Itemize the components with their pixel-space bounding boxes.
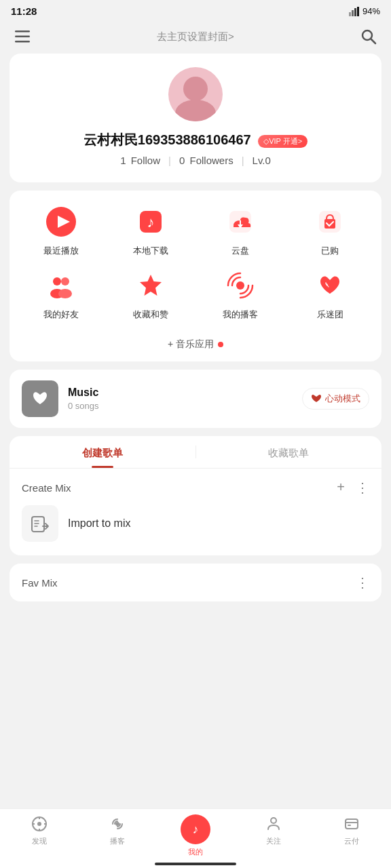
svg-marker-22 xyxy=(140,275,162,296)
create-title: Create Mix xyxy=(22,482,71,494)
search-button[interactable] xyxy=(358,26,379,47)
nav-item-yunpay[interactable]: 云付 xyxy=(313,814,391,857)
svg-line-8 xyxy=(371,39,375,44)
menu-button[interactable] xyxy=(12,26,33,47)
stat-divider-1: | xyxy=(168,155,171,166)
menu-item-purchased[interactable]: 已购 xyxy=(285,204,375,257)
svg-point-33 xyxy=(271,818,276,823)
svg-point-31 xyxy=(115,822,119,826)
menu-item-friends[interactable]: 我的好友 xyxy=(16,268,106,321)
followers-count[interactable]: 0 Followers xyxy=(179,155,234,166)
svg-rect-3 xyxy=(357,7,359,16)
import-icon xyxy=(29,513,51,534)
nav-label-yunpay: 云付 xyxy=(344,836,359,846)
menu-label-podcast: 我的播客 xyxy=(223,309,258,321)
menu-item-favorites[interactable]: 收藏和赞 xyxy=(106,268,196,321)
menu-item-fanclub[interactable]: 乐迷团 xyxy=(285,268,375,321)
menu-label-recent: 最近播放 xyxy=(43,245,79,257)
signal-icon xyxy=(349,7,360,16)
svg-text:♪: ♪ xyxy=(193,823,199,836)
create-actions: + ⋮ xyxy=(337,479,369,496)
vip-badge[interactable]: ◇VIP 开通> xyxy=(258,135,308,148)
nav-label-follow: 关注 xyxy=(266,836,281,846)
username-row: 云村村民169353886106467 ◇VIP 开通> xyxy=(83,131,308,149)
avatar-body xyxy=(175,100,216,121)
cloud-icon xyxy=(223,204,258,239)
more-options-button[interactable]: ⋮ xyxy=(356,479,369,496)
svg-rect-5 xyxy=(15,36,30,38)
menu-label-cloud: 云盘 xyxy=(231,245,249,257)
podcast-icon xyxy=(223,268,258,303)
svg-rect-17 xyxy=(324,219,335,229)
menu-label-favorites: 收藏和赞 xyxy=(133,309,168,321)
status-icons: 94% xyxy=(349,6,380,16)
nav-item-follow[interactable]: 关注 xyxy=(235,814,313,857)
stat-divider-2: | xyxy=(242,155,244,166)
svg-point-19 xyxy=(61,277,69,285)
menu-item-download[interactable]: ♪ 本地下载 xyxy=(106,204,196,257)
music-thumbnail xyxy=(22,380,58,417)
create-header: Create Mix + ⋮ xyxy=(22,479,369,496)
nav-label-discover: 发现 xyxy=(32,836,47,846)
svg-rect-24 xyxy=(32,517,44,532)
tab-create[interactable]: 创建歌单 xyxy=(10,436,196,468)
nav-item-mine[interactable]: ♪ 我的 xyxy=(156,814,234,857)
svg-rect-2 xyxy=(354,8,356,16)
svg-rect-0 xyxy=(349,12,351,16)
profile-stats: 1 Follow | 0 Followers | Lv.0 xyxy=(120,155,271,166)
profile-card: 云村村民169353886106467 ◇VIP 开通> 1 Follow | … xyxy=(10,54,381,182)
download-icon: ♪ xyxy=(133,204,168,239)
heartbeat-button[interactable]: 心动模式 xyxy=(302,388,369,410)
friends-icon xyxy=(43,268,79,303)
menu-label-friends: 我的好友 xyxy=(43,309,79,321)
mine-icon: ♪ xyxy=(181,814,210,844)
status-bar: 11:28 94% xyxy=(0,0,391,21)
avatar-head xyxy=(183,77,208,101)
svg-point-18 xyxy=(53,277,61,285)
svg-rect-6 xyxy=(15,41,30,43)
menu-item-podcast[interactable]: 我的播客 xyxy=(196,268,285,321)
music-info: Music 0 songs xyxy=(68,387,99,411)
top-bar: 去主页设置封面> xyxy=(0,21,391,54)
person-icon xyxy=(264,814,283,833)
music-left: Music 0 songs xyxy=(22,380,99,417)
fav-section: Fav Mix ⋮ xyxy=(10,564,381,601)
import-label: Import to mix xyxy=(68,517,130,530)
nav-item-podcast[interactable]: 播客 xyxy=(78,814,156,857)
fav-header: Fav Mix ⋮ xyxy=(22,574,369,591)
svg-point-26 xyxy=(37,822,41,826)
nav-item-discover[interactable]: 发现 xyxy=(0,814,78,857)
purchased-icon xyxy=(312,204,348,239)
fav-more-button[interactable]: ⋮ xyxy=(356,574,369,591)
favorites-icon xyxy=(133,268,168,303)
page-subtitle[interactable]: 去主页设置封面> xyxy=(157,31,234,43)
svg-text:♪: ♪ xyxy=(147,214,155,231)
add-mix-button[interactable]: + xyxy=(337,479,345,496)
menu-grid: 最近播放 ♪ 本地下载 云盘 xyxy=(16,204,375,321)
import-item[interactable]: Import to mix xyxy=(22,505,369,542)
status-time: 11:28 xyxy=(11,5,37,17)
tab-collected[interactable]: 收藏歌单 xyxy=(196,436,382,468)
menu-item-cloud[interactable]: 云盘 xyxy=(196,204,285,257)
follow-count[interactable]: 1 Follow xyxy=(120,155,160,166)
menu-label-download: 本地下载 xyxy=(133,245,168,257)
music-subtitle: 0 songs xyxy=(68,401,99,411)
heart-icon xyxy=(311,393,322,404)
bottom-indicator xyxy=(155,863,236,865)
menu-item-recent[interactable]: 最近播放 xyxy=(16,204,106,257)
level: Lv.0 xyxy=(253,155,271,166)
svg-point-21 xyxy=(58,289,72,298)
svg-rect-4 xyxy=(15,31,30,33)
menu-label-purchased: 已购 xyxy=(321,245,339,257)
avatar[interactable] xyxy=(168,67,223,121)
menu-label-fanclub: 乐迷团 xyxy=(317,309,343,321)
heart-music-icon xyxy=(31,389,50,408)
svg-rect-36 xyxy=(348,825,351,826)
add-apps-button[interactable]: + 音乐应用 xyxy=(16,332,375,355)
create-section: Create Mix + ⋮ Import to mix xyxy=(10,469,381,555)
music-card: Music 0 songs 心动模式 xyxy=(10,370,381,428)
menu-card: 最近播放 ♪ 本地下载 云盘 xyxy=(10,191,381,361)
import-thumbnail xyxy=(22,505,58,542)
battery-text: 94% xyxy=(362,6,380,16)
search-icon xyxy=(360,28,377,45)
